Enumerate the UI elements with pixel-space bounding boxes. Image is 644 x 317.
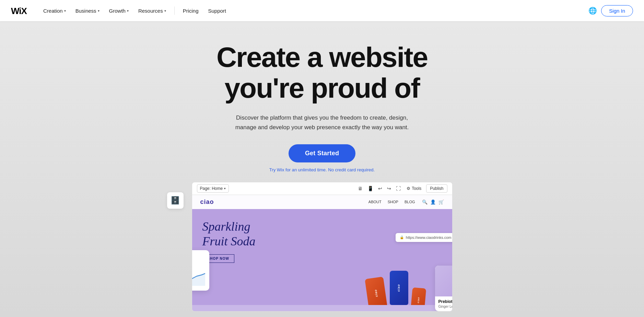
nav-item-growth[interactable]: Growth ▾ [105, 5, 133, 16]
sales-amount: $212K↑ [192, 260, 203, 269]
editor-canvas: ciao ABOUT SHOP BLOG 🔍 👤 🛒 Sparkling [192, 195, 453, 312]
ciao-nav-about: ABOUT [368, 200, 382, 204]
ciao-site-nav: ciao ABOUT SHOP BLOG 🔍 👤 🛒 [192, 195, 452, 209]
can-blue: ciao [390, 271, 408, 305]
url-text: https://www.ciaodrinks.com [406, 235, 452, 240]
publish-button[interactable]: Publish [426, 184, 447, 193]
navbar: WiX Creation ▾ Business ▾ Growth ▾ Resou… [0, 0, 644, 21]
sales-chart [192, 272, 203, 286]
hero-title: Create a website you're proud of [216, 42, 428, 103]
product-description: Ginger Lemon Fresh Drink [438, 305, 453, 308]
hero-subtitle: Discover the platform that gives you the… [233, 113, 411, 132]
trial-link[interactable]: Try Wix for an unlimited time. No credit… [269, 167, 375, 172]
ciao-nav-icons: 🔍 👤 🛒 [422, 199, 444, 205]
get-started-button[interactable]: Get Started [289, 144, 355, 162]
undo-icon[interactable]: ↩ [377, 185, 383, 192]
ciao-nav-shop: SHOP [388, 200, 398, 204]
editor-toolbar: Page: Home ▾ 🖥 📱 ↩ ↪ ⛶ ⚙ Tools Publish [192, 182, 453, 195]
ciao-nav-blog: BLOG [405, 200, 415, 204]
ciao-hero: Sparkling Fruit Soda SHOP NOW ciao ciao … [192, 209, 452, 305]
page-selector[interactable]: Page: Home ▾ [197, 184, 229, 193]
chevron-down-icon: ▾ [98, 9, 99, 13]
wix-logo[interactable]: WiX [11, 6, 28, 15]
tools-button[interactable]: ⚙ Tools [405, 185, 423, 192]
mobile-icon[interactable]: 📱 [366, 185, 374, 192]
tools-icon: ⚙ [407, 186, 410, 191]
can-orange: ciao [365, 277, 387, 305]
can-small: ciao [410, 287, 426, 305]
nav-item-business[interactable]: Business ▾ [71, 5, 104, 16]
cans-illustration: ciao ciao ciao [368, 271, 425, 305]
database-icon: 🗄️ [167, 192, 184, 209]
product-card-image [435, 266, 453, 296]
product-card-info: Prebiotic Soda Ginger Lemon Fresh Drink [435, 296, 453, 311]
cart-icon: 🛒 [438, 199, 444, 205]
globe-icon[interactable]: 🌐 [588, 7, 597, 15]
nav-item-creation[interactable]: Creation ▾ [39, 5, 70, 16]
svg-text:WiX: WiX [11, 6, 27, 15]
nav-item-pricing[interactable]: Pricing [179, 5, 203, 16]
ciao-nav-links: ABOUT SHOP BLOG [368, 200, 415, 204]
editor-preview: 🗄️ Page: Home ▾ 🖥 📱 ↩ ↪ ⛶ ⚙ Tools Publis… [192, 182, 453, 312]
chevron-down-icon: ▾ [127, 9, 129, 13]
hero-section: Create a website you're proud of Discove… [0, 21, 644, 317]
trial-text: Try Wix for an unlimited time. No credit… [269, 167, 375, 172]
nav-divider [174, 7, 175, 15]
nav-right: 🌐 Sign In [588, 5, 633, 16]
redo-icon[interactable]: ↪ [386, 185, 392, 192]
nav-item-resources[interactable]: Resources ▾ [134, 5, 170, 16]
product-name: Prebiotic Soda [438, 299, 453, 304]
chevron-down-icon: ▾ [64, 9, 66, 13]
user-icon: 👤 [430, 199, 436, 205]
ciao-logo: ciao [200, 198, 214, 206]
sign-in-button[interactable]: Sign In [601, 5, 633, 16]
nav-item-support[interactable]: Support [204, 5, 231, 16]
product-card: Prebiotic Soda Ginger Lemon Fresh Drink [435, 266, 453, 311]
desktop-icon[interactable]: 🖥 [357, 185, 364, 192]
lock-icon: 🔒 [400, 235, 404, 239]
nav-items: Creation ▾ Business ▾ Growth ▾ Resources… [39, 5, 588, 16]
sales-label: Sales [192, 255, 203, 259]
chevron-down-icon: ▾ [224, 187, 226, 190]
ciao-text-block: Sparkling Fruit Soda SHOP NOW [202, 219, 278, 263]
chevron-down-icon: ▾ [164, 9, 166, 13]
ciao-headline: Sparkling Fruit Soda [202, 219, 278, 249]
expand-icon[interactable]: ⛶ [395, 185, 402, 192]
sales-card: Sales $212K↑ [192, 250, 209, 291]
search-icon: 🔍 [422, 199, 428, 205]
url-bar: 🔒 https://www.ciaodrinks.com [396, 233, 452, 242]
